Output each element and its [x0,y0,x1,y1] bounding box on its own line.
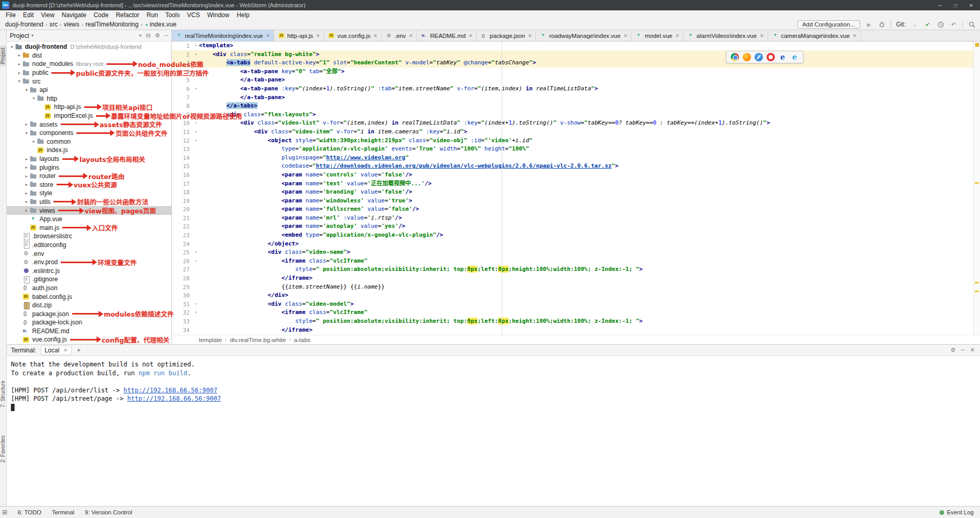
code-text[interactable]: </iframe> [199,274,980,283]
git-commit-icon[interactable]: ✔ [923,20,932,29]
code-text[interactable]: <object style="width:390px;height:219px"… [199,137,980,145]
terminal-minimize-icon[interactable]: ─ [961,347,965,353]
tree-item-vue-config-js[interactable]: vue.config.jsconfig配置、代理相关 [7,335,171,344]
run-icon[interactable]: ▶ [865,20,873,29]
code-text[interactable]: <div class="video-model"> [199,300,980,309]
tab-close-icon[interactable]: ✕ [853,33,857,38]
tree-item-dist-zip[interactable]: dist.zip [7,301,171,310]
code-text[interactable]: style=" position:absolute;visibility:inh… [199,317,980,326]
status-todo[interactable]: 6: TODO [18,509,42,515]
tree-chevron-icon[interactable]: ▾ [9,45,15,49]
stripe-mark[interactable] [975,282,979,283]
status-terminal[interactable]: Terminal [52,509,74,515]
tab-close-icon[interactable]: ✕ [760,33,764,38]
tree-item-babel-config-js[interactable]: babel.config.js [7,292,171,301]
tree-item-utils[interactable]: ▸utils封装的一些公共函数方法 [7,198,171,207]
menu-vcs[interactable]: VCS [183,11,204,19]
menu-tools[interactable]: Tools [162,11,183,19]
chrome-icon[interactable] [731,53,739,61]
breadcrumb-src[interactable]: src [49,21,58,28]
menu-window[interactable]: Window [204,11,233,19]
tree-chevron-icon[interactable]: ▸ [23,191,30,196]
terminal-close-icon[interactable]: ✕ [970,347,975,353]
crumb-div-realtime-bg-white[interactable]: div.realTime.bg-white [230,337,286,343]
tree-chevron-icon[interactable]: ▸ [23,208,30,213]
tree-item-views[interactable]: ▸viewsview视图、pages页面 [7,206,171,215]
tree-item-common[interactable]: ▸common [7,138,171,146]
menu-run[interactable]: Run [143,11,162,19]
tree-chevron-icon[interactable]: ▾ [23,131,30,135]
breadcrumb-views[interactable]: views [64,21,79,28]
fold-marker-icon[interactable]: ▾ [193,257,199,266]
tree-item-gitignore[interactable]: .gitignore [7,275,171,284]
tab-close-icon[interactable]: ✕ [409,33,413,38]
tab-close-icon[interactable]: ✕ [469,33,473,38]
code-text[interactable]: </a-tabs> [199,102,980,111]
tab-realtimemonitoring-index-vue[interactable]: realTimeMonitoring\index.vue✕ [172,30,274,41]
tree-chevron-icon[interactable]: ▸ [16,71,22,75]
fold-marker-icon[interactable]: ▾ [193,300,199,309]
status-version-control[interactable]: 9: Version Control [85,509,132,515]
code-text[interactable]: <div class="realTime bg-white"> [199,50,980,59]
code-text[interactable]: <a-tabs default-active-key="1" slot="hea… [199,59,980,67]
minimize-icon[interactable]: ─ [932,0,948,10]
tab-alarmvideos-index-vue[interactable]: alarmVideos\index.vue✕ [683,30,768,41]
crumb-template[interactable]: template [199,337,222,343]
opera-icon[interactable] [767,53,775,61]
tree-item-readme-md[interactable]: README.md [7,327,171,336]
stripe-mark[interactable] [975,182,979,184]
code-text[interactable]: <param name='branding' value='false'/> [199,188,980,197]
tree-item-store[interactable]: ▸storevuex公共资源 [7,181,171,189]
terminal-settings-icon[interactable]: ⚙ [950,347,956,353]
tree-item-app-vue[interactable]: App.vue [7,215,171,224]
tab-close-icon[interactable]: ✕ [316,33,320,38]
tree-item-duoji-frontend[interactable]: ▾duoji-frontendD:\zheheWeb\duoji-fronten… [7,43,171,51]
code-text[interactable]: </a-tab-pane> [199,76,980,85]
tree-item-layouts[interactable]: ▸layoutslayouts全局布局相关 [7,155,171,163]
tree-item-browserslistrc[interactable]: .browserslistrc [7,232,171,241]
tree-chevron-icon[interactable]: ▸ [23,157,30,161]
code-text[interactable]: <param name='fullscreen' value='false'/> [199,205,980,214]
menu-edit[interactable]: Edit [19,11,37,19]
tree-chevron-icon[interactable]: ▾ [23,88,30,92]
tab-roadwaymanage-index-vue[interactable]: roadwayManage\index.vue✕ [536,30,632,41]
tree-item-assets[interactable]: ▸assetsassets静态资源文件 [7,120,171,129]
code-text[interactable]: </div> [199,291,980,300]
stripe-mark[interactable] [975,291,979,292]
tree-chevron-icon[interactable]: ▾ [31,96,37,101]
tree-chevron-icon[interactable]: ▸ [23,174,30,179]
tree-item-http[interactable]: ▾http [7,94,171,103]
breadcrumb-duoji-frontend[interactable]: duoji-frontend [5,21,43,28]
code-text[interactable]: <param name='windowless' value='true'> [199,197,980,206]
breadcrumb-index-vue[interactable]: ▼index.vue [144,21,176,28]
tree-item-env-prod[interactable]: .env.prod环境变量文件 [7,258,171,267]
tab-close-icon[interactable]: ✕ [528,33,532,38]
menu-view[interactable]: View [37,11,58,19]
tree-item-style[interactable]: ▸style [7,189,171,198]
fold-marker-icon[interactable]: ▾ [193,137,199,145]
fold-marker-icon[interactable]: ▾ [193,128,199,137]
add-configuration-button[interactable]: Add Configuration... [797,20,861,29]
close-icon[interactable]: ✕ [963,0,979,10]
code-text[interactable]: <param name='autoplay' value='yes'/> [199,222,980,231]
code-text[interactable]: <iframe class="vlcIframe" [199,308,980,317]
tree-item-router[interactable]: ▸routerrouter路由 [7,172,171,181]
tree-item-dist[interactable]: ▸dist [7,51,171,60]
code-area[interactable]: 1▾<template>2▾ <div class="realTime bg-w… [172,42,980,335]
tab-close-icon[interactable]: ✕ [373,33,378,38]
code-text[interactable]: <div class="video-item" v-for="i in item… [199,128,980,137]
code-text[interactable]: style=" position:absolute;visibility:inh… [199,265,980,274]
collapse-all-icon[interactable]: ⊟ [146,32,151,39]
stripe-structure-button[interactable]: 7: Structure [0,380,7,407]
tab-cameramanage-index-vue[interactable]: cameraManage\index.vue✕ [768,30,861,41]
tree-chevron-icon[interactable]: ▸ [23,165,30,170]
code-text[interactable]: <div class="video-name"> [199,248,980,257]
hide-panel-icon[interactable]: ─ [164,32,168,39]
tree-item-public[interactable]: ▸publicpublic资源文件夹，一般放引用的第三方插件 [7,69,171,77]
safari-icon[interactable] [755,53,763,61]
tree-item-editorconfig[interactable]: .editorconfig [7,241,171,250]
maximize-icon[interactable]: □ [948,0,963,10]
tree-chevron-icon[interactable]: ▸ [23,199,30,204]
code-text[interactable]: <div class="video-list" v-for="(item,ind… [199,119,980,128]
edge-icon[interactable]: e [790,53,799,61]
